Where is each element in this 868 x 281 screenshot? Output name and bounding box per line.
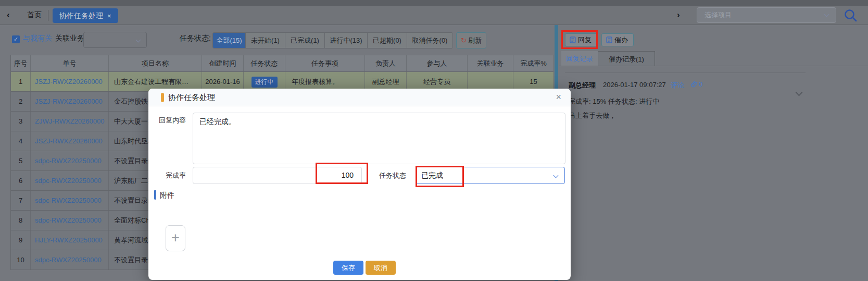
cell-code-link[interactable]: ZJWJ-RWXZ20260000 bbox=[31, 112, 109, 131]
close-tab-icon[interactable]: × bbox=[107, 12, 111, 20]
dialog-close-icon[interactable]: × bbox=[556, 92, 561, 103]
chevron-down-icon bbox=[824, 12, 829, 17]
cell-no: 5 bbox=[11, 151, 31, 170]
col-rate: 完成率% bbox=[513, 55, 554, 71]
col-item: 任务事项 bbox=[285, 55, 365, 71]
tabs-back-icon[interactable]: ‹ bbox=[7, 10, 10, 20]
cell-no: 4 bbox=[11, 131, 31, 151]
status-filter-in-progress[interactable]: 进行中(13) bbox=[324, 33, 367, 48]
col-participant: 参与人 bbox=[407, 55, 468, 71]
cell-code-link[interactable]: JSZJ-RWXZ20260000 bbox=[31, 131, 109, 151]
tabs-underline bbox=[559, 66, 868, 66]
task-status-label: 任务状态: bbox=[180, 34, 211, 43]
refresh-icon: ↻ bbox=[461, 36, 467, 44]
reply-content-label: 回复内容 bbox=[148, 116, 186, 125]
tab-collab-task[interactable]: 协作任务处理× bbox=[53, 8, 118, 23]
cell-no: 6 bbox=[11, 171, 31, 190]
window-top-strip bbox=[0, 0, 868, 6]
completion-rate-label: 完成率 bbox=[148, 171, 186, 180]
status-filter-cancelled[interactable]: 取消任务(0) bbox=[407, 33, 452, 48]
record-rate: 完成率: 15% bbox=[569, 97, 606, 106]
cell-code-link[interactable]: sdpc-RWXZ20250000 bbox=[31, 191, 109, 210]
col-status: 任务状态 bbox=[244, 55, 285, 71]
refresh-label: 刷新 bbox=[468, 36, 482, 44]
col-no: 序号 bbox=[11, 55, 31, 71]
cell-code-link[interactable]: sdpc-RWXZ20250000 bbox=[31, 171, 109, 190]
related-business-label: 关联业务: bbox=[55, 34, 86, 43]
table-header: 序号 单号 项目名称 创建时间 任务状态 任务事项 负责人 参与人 关联业务 完… bbox=[11, 55, 553, 72]
search-icon[interactable] bbox=[844, 8, 858, 22]
status-filter-completed[interactable]: 已完成(1) bbox=[285, 33, 324, 48]
attachment-count-value: 0 bbox=[699, 80, 702, 88]
status-filter-not-started[interactable]: 未开始(1) bbox=[245, 33, 285, 48]
status-filter-overdue[interactable]: 已超期(0) bbox=[367, 33, 407, 48]
urge-button-label: 催办 bbox=[614, 34, 628, 46]
record-separator bbox=[565, 72, 806, 73]
project-select-placeholder: 选择项目 bbox=[705, 11, 732, 19]
task-status-select-value: 已完成 bbox=[421, 171, 443, 179]
chevron-down-icon bbox=[553, 173, 559, 178]
cell-no: 1 bbox=[11, 72, 31, 91]
save-button[interactable]: 保存 bbox=[333, 261, 363, 275]
col-business: 关联业务 bbox=[468, 55, 513, 71]
tabs-forward-icon[interactable]: › bbox=[677, 10, 680, 20]
task-status-select[interactable]: 已完成 bbox=[416, 167, 565, 184]
document-icon bbox=[606, 36, 612, 43]
cell-no: 3 bbox=[11, 112, 31, 131]
dialog-title: 协作任务处理 bbox=[168, 93, 215, 103]
cell-no: 9 bbox=[11, 230, 31, 250]
cell-no: 7 bbox=[11, 191, 31, 210]
cell-no: 8 bbox=[11, 211, 31, 230]
refresh-button[interactable]: ↻刷新 bbox=[456, 32, 486, 48]
col-code: 单号 bbox=[31, 55, 109, 71]
app-window: ‹ 首页 协作任务处理× › 选择项目 ✓ 与我有关 关联业务: 任务状态: 全… bbox=[0, 0, 868, 281]
status-filter-all[interactable]: 全部(15) bbox=[213, 33, 245, 48]
cell-code-link[interactable]: sdpc-RWXZ20250000 bbox=[31, 211, 109, 230]
tab-home[interactable]: 首页 bbox=[27, 10, 42, 20]
cancel-button[interactable]: 取消 bbox=[366, 261, 396, 275]
tab-divider bbox=[48, 10, 48, 21]
col-project: 项目名称 bbox=[109, 55, 202, 71]
collab-task-dialog: 协作任务处理 × 回复内容 已经完成。 完成率 100 任务状态 已完成 附件 … bbox=[148, 89, 571, 280]
completion-rate-input[interactable]: 100 bbox=[193, 167, 362, 184]
record-collapse-icon[interactable] bbox=[796, 89, 802, 96]
record-message: 马上着手去做， bbox=[569, 111, 616, 120]
col-owner: 负责人 bbox=[365, 55, 407, 71]
cell-code-link[interactable]: JSZJ-RWXZ20260000 bbox=[31, 72, 109, 91]
cell-code-link[interactable]: sdpc-RWXZ20250000 bbox=[31, 151, 109, 170]
record-time: 2026-01-17 09:07:27 bbox=[603, 81, 666, 89]
cell-no: 2 bbox=[11, 92, 31, 111]
cell-code-link[interactable]: sdpc-RWXZ20250000 bbox=[31, 250, 109, 270]
cell-code-link[interactable]: HJLY-RWXZ20250000 bbox=[31, 230, 109, 250]
tab-label: 协作任务处理 bbox=[59, 11, 103, 20]
paperclip-icon bbox=[691, 81, 698, 88]
reply-button[interactable]: 回复 bbox=[565, 33, 597, 46]
title-accent-bar bbox=[161, 93, 164, 102]
status-filter-group: 全部(15) 未开始(1) 已完成(1) 进行中(13) 已超期(0) 取消任务… bbox=[212, 32, 453, 48]
related-to-me-checkbox[interactable]: ✓ bbox=[12, 35, 20, 43]
tab-reply-records[interactable]: 回复记录 bbox=[561, 51, 598, 66]
attachment-label: 附件 bbox=[160, 191, 174, 200]
reply-button-label: 回复 bbox=[578, 34, 592, 46]
cell-no: 10 bbox=[11, 250, 31, 270]
project-select[interactable]: 选择项目 bbox=[697, 7, 836, 23]
cell-code-link[interactable]: JSZJ-RWXZ20260000 bbox=[31, 92, 109, 111]
record-author: 副总经理 bbox=[569, 81, 596, 90]
col-created: 创建时间 bbox=[202, 55, 244, 71]
document-icon bbox=[570, 36, 576, 43]
attachment-accent-bar bbox=[154, 190, 156, 200]
status-badge: 进行中 bbox=[251, 77, 278, 88]
upload-attachment-button[interactable]: + bbox=[166, 225, 185, 251]
task-status-field-label: 任务状态 bbox=[379, 171, 409, 180]
related-business-select[interactable] bbox=[83, 32, 147, 48]
attachment-count[interactable]: 0 bbox=[691, 80, 702, 88]
record-status: 任务状态: 进行中 bbox=[608, 97, 659, 106]
chevron-down-icon bbox=[136, 38, 141, 43]
related-to-me-label: 与我有关 bbox=[23, 34, 52, 43]
urge-button[interactable]: 催办 bbox=[601, 33, 634, 46]
reply-content-textarea[interactable]: 已经完成。 bbox=[193, 113, 565, 164]
comment-link[interactable]: 评论 bbox=[671, 81, 684, 90]
tab-urge-records[interactable]: 催办记录(1) bbox=[598, 51, 655, 66]
